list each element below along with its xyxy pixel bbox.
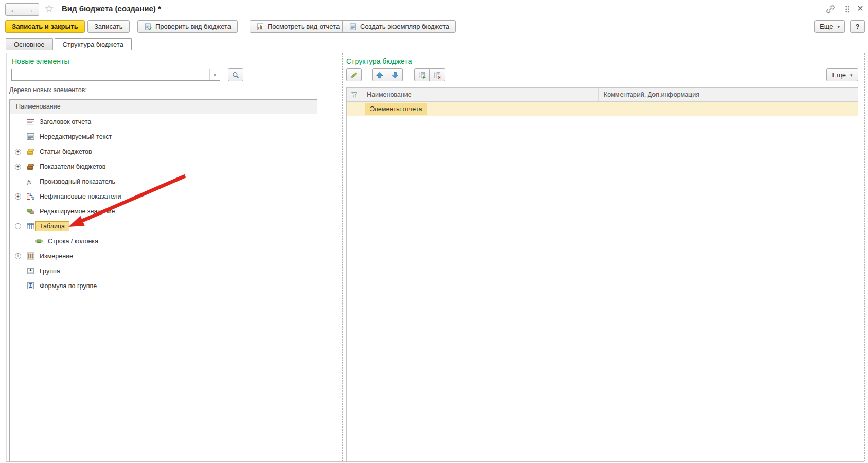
budget-structure-table: Наименование Комментарий, Доп.информация… — [346, 87, 858, 461]
save-and-close-button[interactable]: Записать и закрыть — [5, 20, 85, 33]
page-title: Вид бюджета (создание) * — [62, 4, 161, 13]
sigma-icon: Σ — [26, 281, 35, 290]
create-budget-instance-label: Создать экземпляр бюджета — [360, 23, 449, 30]
move-up-button[interactable] — [372, 68, 387, 81]
tree-item[interactable]: + Показатели бюджетов — [10, 159, 317, 174]
arrow-up-icon — [376, 71, 384, 79]
close-icon[interactable]: ✕ — [855, 3, 865, 13]
column-label: Комментарий, Доп.информация — [604, 91, 699, 98]
search-icon — [232, 71, 240, 79]
edit-button[interactable] — [346, 68, 362, 81]
tree-item-label: Формула по группе — [35, 281, 101, 291]
tree-item[interactable]: + Статьи бюджетов — [10, 144, 317, 159]
report-header-icon — [26, 117, 35, 126]
add-rows-icon — [418, 71, 426, 79]
more-label: Еще — [820, 23, 833, 30]
help-button[interactable]: ? — [850, 20, 865, 33]
help-label: ? — [856, 23, 860, 30]
forward-button[interactable]: → — [22, 3, 39, 16]
tab-label: Структура бюджета — [63, 41, 123, 48]
tree-item-label: Статьи бюджетов — [35, 147, 97, 157]
create-budget-instance-button[interactable]: Создать экземпляр бюджета — [342, 20, 456, 33]
history-nav: ← → — [5, 3, 39, 16]
fx-icon: fx — [26, 177, 35, 186]
tab[interactable]: Основное — [6, 38, 53, 50]
more-dots-icon[interactable] — [842, 4, 853, 14]
tree-item-label: Строка / колонка — [43, 236, 103, 246]
tree-item[interactable]: fx Производный показатель — [10, 174, 317, 189]
table-column-header: Комментарий, Доп.информация — [599, 88, 858, 101]
tree-item[interactable]: + Измерение — [10, 248, 317, 263]
expand-toggle-icon[interactable]: + — [15, 164, 21, 170]
row-column-icon — [34, 237, 43, 245]
tree-item[interactable]: Σ Формула по группе — [10, 278, 317, 293]
pencil-icon — [350, 71, 358, 79]
dimension-grid-icon — [26, 252, 35, 260]
save-and-close-label: Записать и закрыть — [12, 23, 78, 30]
coins-brown-icon — [26, 162, 35, 171]
tree-item[interactable]: Строка / колонка — [10, 234, 317, 248]
view-report-form-label: Посмотреть вид отчета — [268, 23, 340, 30]
link-icon[interactable] — [825, 4, 836, 14]
layers-icon — [26, 207, 35, 216]
right-splitter[interactable] — [864, 53, 866, 461]
tree-item[interactable]: Заголовок отчета — [10, 114, 317, 129]
back-icon: ← — [10, 5, 17, 14]
expand-toggle-icon[interactable]: + — [15, 253, 21, 259]
svg-text:Σ: Σ — [29, 283, 32, 289]
svg-text:fx: fx — [27, 179, 31, 185]
numeric-axis-icon: 123 — [26, 192, 35, 201]
arrow-down-icon — [391, 71, 399, 79]
tree-item-label: Нередактируемый текст — [35, 132, 116, 142]
row-name: Элементы отчета — [365, 103, 427, 115]
view-report-form-button[interactable]: Посмотреть вид отчета — [250, 20, 346, 33]
funnel-icon — [350, 91, 359, 99]
more-button-right[interactable]: Еще ▾ — [826, 68, 858, 81]
tree-item[interactable]: − Таблица — [10, 219, 317, 234]
clear-search-icon[interactable]: × — [209, 69, 220, 80]
save-button[interactable]: Записать — [87, 20, 130, 33]
tree-item-label: Заголовок отчета — [35, 117, 96, 127]
add-elements-button[interactable] — [414, 68, 430, 81]
structure-ops-buttons — [414, 68, 445, 81]
report-chart-icon — [256, 23, 264, 31]
tree-item-label: Таблица — [35, 221, 69, 232]
move-down-button[interactable] — [387, 68, 403, 81]
new-elements-title: Новые элементы — [12, 57, 69, 65]
dropdown-arrow-icon: ▾ — [837, 24, 840, 29]
column-label: Наименование — [367, 91, 412, 98]
search-button[interactable] — [228, 68, 243, 81]
forward-icon: → — [27, 5, 34, 14]
remove-elements-button[interactable] — [430, 68, 445, 81]
tree-item[interactable]: Редактируемое значение — [10, 204, 317, 219]
dropdown-arrow-icon: ▾ — [850, 73, 853, 78]
panel-splitter[interactable] — [342, 53, 344, 461]
expand-toggle-icon[interactable]: − — [15, 223, 21, 229]
group-icon — [26, 266, 35, 275]
expand-toggle-icon[interactable]: + — [15, 149, 21, 155]
favorite-star-icon[interactable]: ☆ — [44, 3, 54, 15]
window-right-border — [867, 0, 867, 463]
tab[interactable]: Структура бюджета — [55, 38, 132, 50]
tree-item-label: Показатели бюджетов — [35, 162, 110, 172]
new-elements-tree: Наименование Заголовок отчета Нередактир… — [9, 99, 317, 461]
more-label: Еще — [832, 71, 846, 79]
tree-item[interactable]: Группа — [10, 263, 317, 278]
expand-toggle-icon[interactable]: + — [15, 193, 21, 200]
more-button-top[interactable]: Еще ▾ — [814, 20, 845, 33]
table-column-header — [347, 88, 362, 101]
back-button[interactable]: ← — [5, 3, 22, 16]
tree-item[interactable]: + 123 Нефинансовые показатели — [10, 189, 317, 204]
comment-cell — [599, 102, 858, 116]
static-text-icon — [26, 132, 35, 141]
table-icon — [26, 222, 35, 230]
tree-caption: Дерево новых элементов: — [9, 86, 87, 94]
check-budget-view-button[interactable]: Проверить вид бюджета — [137, 20, 238, 33]
tab-strip: Основное Структура бюджета — [6, 38, 132, 50]
tree-item[interactable]: Нередактируемый текст — [10, 129, 317, 144]
table-row[interactable]: Элементы отчета — [347, 102, 858, 116]
page-left-border — [6, 53, 7, 461]
search-input[interactable] — [12, 69, 209, 80]
svg-text:3: 3 — [32, 197, 34, 200]
document-icon — [349, 23, 357, 31]
